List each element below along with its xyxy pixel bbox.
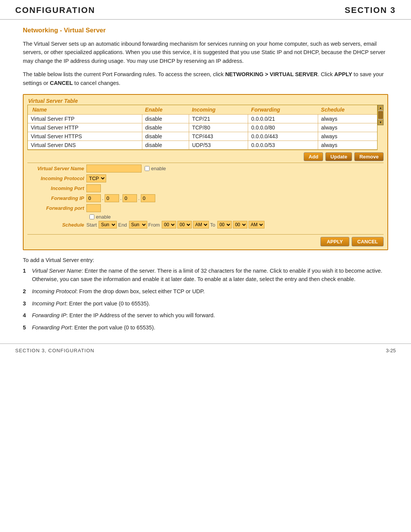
forwarding-ip-label: Forwarding IP xyxy=(27,195,86,201)
table-cell-2: TCP/443 xyxy=(189,132,248,141)
list-item-text: Incoming Port: Enter the port value (0 t… xyxy=(32,300,388,308)
ip-octet-4[interactable] xyxy=(141,194,155,202)
cancel-button[interactable]: CANCEL xyxy=(352,237,384,246)
table-row[interactable]: Virtual Server HTTPSdisableTCP/4430.0.0.… xyxy=(28,132,377,141)
remove-button[interactable]: Remove xyxy=(354,152,384,161)
scroll-up-arrow[interactable]: ▲ xyxy=(378,105,383,110)
scrollbar[interactable]: ▲ ▼ xyxy=(378,105,384,125)
list-item-num: 2 xyxy=(23,288,32,296)
list-item: 1Virtual Server Name: Enter the name of … xyxy=(23,267,388,284)
table-row[interactable]: Virtual Server HTTPdisableTCP/800.0.0.0/… xyxy=(28,123,377,132)
name-enable-checkbox[interactable] xyxy=(145,166,150,171)
ip-octet-1[interactable] xyxy=(86,194,101,202)
vs-table: Name Enable Incoming Forwarding Schedule… xyxy=(28,105,377,150)
table-cell-3: 0.0.0.0/21 xyxy=(248,115,318,123)
from-label: From xyxy=(148,222,160,228)
from-hour-select[interactable]: 00010203040506070809101112 xyxy=(162,221,176,228)
ip-octet-2[interactable] xyxy=(105,194,119,202)
to-hour-select[interactable]: 00010203040506070809101112 xyxy=(217,221,232,228)
scroll-down-arrow[interactable]: ▼ xyxy=(378,120,383,125)
table-cell-2: TCP/80 xyxy=(189,123,248,132)
page-header: CONFIGURATION SECTION 3 xyxy=(0,0,411,20)
list-item: 3Incoming Port: Enter the port value (0 … xyxy=(23,300,388,308)
instructions-intro: To add a Virtual Server entry: xyxy=(23,257,388,263)
col-name: Name xyxy=(28,105,142,115)
table-cell-4: always xyxy=(318,123,377,132)
from-ampm-select[interactable]: AMPM xyxy=(193,221,209,228)
table-cell-1: disable xyxy=(142,141,189,150)
table-cell-4: always xyxy=(318,132,377,141)
table-with-scroll: Name Enable Incoming Forwarding Schedule… xyxy=(27,105,384,150)
table-row[interactable]: Virtual Server DNSdisableUDP/530.0.0.0/5… xyxy=(28,141,377,150)
start-day-select[interactable]: SunMonTueWedThuFriSat xyxy=(99,221,117,228)
table-cell-2: TCP/21 xyxy=(189,115,248,123)
action-buttons-row: Add Update Remove xyxy=(24,150,387,163)
footer-left: SECTION 3, CONFIGURATION xyxy=(15,348,94,353)
end-day-select[interactable]: SunMonTueWedThuFriSat xyxy=(129,221,147,228)
name-enable-label: enable xyxy=(151,166,166,171)
to-ampm-select[interactable]: AMPM xyxy=(249,221,264,228)
desc2-end: to cancel changes. xyxy=(73,80,120,86)
virtual-server-panel: Virtual Server Table Name Enable Incomin… xyxy=(23,94,388,250)
name-input[interactable] xyxy=(86,165,142,173)
description-1: The Virtual Server sets up an automatic … xyxy=(23,40,388,65)
forwarding-port-input[interactable] xyxy=(86,204,101,212)
col-schedule: Schedule xyxy=(318,105,377,115)
table-cell-3: 0.0.0.0/53 xyxy=(248,141,318,150)
scroll-thumb[interactable] xyxy=(378,111,383,119)
desc2-middle: . Click xyxy=(318,71,335,77)
list-item: 2Incoming Protocol: From the drop down b… xyxy=(23,288,388,296)
table-cell-3: 0.0.0.0/443 xyxy=(248,132,318,141)
schedule-row: Schedule Start SunMonTueWedThuFriSat End… xyxy=(27,221,384,228)
add-button[interactable]: Add xyxy=(304,152,323,161)
col-forwarding: Forwarding xyxy=(248,105,318,115)
from-min-select[interactable]: 00153045 xyxy=(177,221,192,228)
table-cell-0: Virtual Server DNS xyxy=(28,141,142,150)
section-label: SECTION 3 xyxy=(345,5,396,15)
incoming-protocol-select[interactable]: TCP UDP xyxy=(86,174,106,182)
incoming-port-input[interactable] xyxy=(86,184,101,192)
col-incoming: Incoming xyxy=(189,105,248,115)
list-item-text: Incoming Protocol: From the drop down bo… xyxy=(32,288,388,296)
list-item-num: 3 xyxy=(23,300,32,308)
main-content: Networking - Virtual Server The Virtual … xyxy=(0,20,411,332)
ip-fields: . . . xyxy=(86,194,155,202)
forwarding-port-label: Forwarding port xyxy=(27,205,86,211)
instructions: To add a Virtual Server entry: 1Virtual … xyxy=(23,257,388,332)
table-cell-0: Virtual Server HTTPS xyxy=(28,132,142,141)
start-label: Start xyxy=(86,222,97,228)
update-button[interactable]: Update xyxy=(325,152,352,161)
desc2-bold1: NETWORKING > VIRTUAL SERVER xyxy=(225,71,318,77)
form-section: Virtual Server Name enable Incoming Prot… xyxy=(24,163,387,233)
bottom-buttons: APPLY CANCEL xyxy=(24,235,387,249)
footer-right: 3-25 xyxy=(386,348,396,353)
list-item-num: 4 xyxy=(23,312,32,320)
apply-button[interactable]: APPLY xyxy=(320,237,349,246)
list-item-text: Virtual Server Name: Enter the name of t… xyxy=(32,267,388,284)
table-wrapper: Name Enable Incoming Forwarding Schedule… xyxy=(24,105,387,150)
table-row[interactable]: Virtual Server FTPdisableTCP/210.0.0.0/2… xyxy=(28,115,377,123)
name-row: Virtual Server Name enable xyxy=(27,165,384,173)
table-cell-1: disable xyxy=(142,115,189,123)
table-cell-1: disable xyxy=(142,123,189,132)
to-min-select[interactable]: 00153045 xyxy=(233,221,247,228)
table-container: Name Enable Incoming Forwarding Schedule… xyxy=(27,105,378,150)
incoming-port-row: Incoming Port xyxy=(27,184,384,192)
to-label: To xyxy=(210,222,215,228)
forwarding-ip-row: Forwarding IP . . . xyxy=(27,194,384,202)
incoming-port-label: Incoming Port xyxy=(27,185,86,191)
desc2-bold3: CANCEL xyxy=(50,80,73,86)
list-item: 4Forwarding IP: Enter the IP Address of … xyxy=(23,312,388,320)
page-footer: SECTION 3, CONFIGURATION 3-25 xyxy=(0,343,411,357)
ip-octet-3[interactable] xyxy=(123,194,137,202)
schedule-label: Schedule xyxy=(27,222,86,228)
forwarding-port-row: Forwarding port xyxy=(27,204,384,212)
schedule-enable-label: enable xyxy=(96,214,111,220)
table-cell-3: 0.0.0.0/80 xyxy=(248,123,318,132)
schedule-enable-checkbox[interactable] xyxy=(89,214,94,219)
config-label: CONFIGURATION xyxy=(15,5,95,15)
list-item-num: 5 xyxy=(23,324,32,332)
list-item: 5Forwarding Port: Enter the port value (… xyxy=(23,324,388,332)
schedule-controls: Start SunMonTueWedThuFriSat End SunMonTu… xyxy=(86,221,264,228)
table-cell-4: always xyxy=(318,141,377,150)
